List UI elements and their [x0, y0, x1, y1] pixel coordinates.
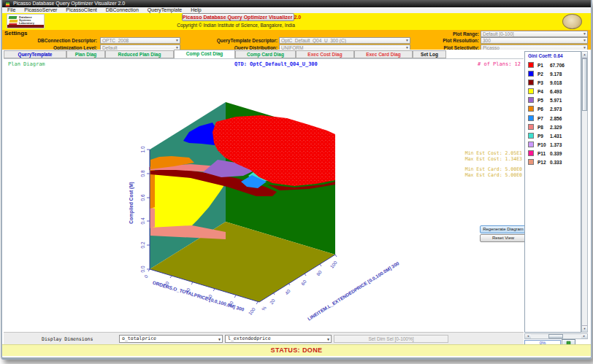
settings-heading: Settings: [4, 30, 28, 36]
menu-item-file[interactable]: File: [4, 7, 19, 13]
legend-row-p11: P110.339: [525, 150, 581, 158]
display-dimensions-label: Display Dimensions: [42, 336, 93, 342]
plot-range-select[interactable]: Default [0-100]▼: [481, 31, 588, 37]
dropdown-arrow-icon: ▼: [175, 38, 179, 43]
app-title-banner: Picasso Database Query Optimizer Visuali…: [182, 13, 294, 21]
dbconnection-descriptor-select[interactable]: OPTC_2008▼: [100, 37, 180, 44]
tab-reduced-plan-diag[interactable]: Reduced Plan Diag: [105, 50, 174, 58]
reset-view-button[interactable]: Reset View: [480, 234, 527, 242]
tab-exec-cost-diag[interactable]: Exec Cost Diag: [296, 50, 354, 58]
status-bar: STATUS: DONE: [2, 344, 591, 356]
legend-row-p6: P62.973: [525, 106, 581, 114]
plan-color-swatch: [528, 62, 534, 68]
plan-color-swatch: [528, 106, 534, 112]
tab-exec-card-diag[interactable]: Exec Card Diag: [354, 50, 413, 58]
plan-color-swatch: [528, 159, 534, 165]
app-icon: [5, 1, 10, 7]
window-title: Picasso Database Query Optimizer Visuali…: [13, 0, 125, 7]
plan-color-swatch: [528, 124, 534, 130]
y-tick: 60: [300, 279, 307, 286]
plan-color-swatch: [528, 142, 534, 147]
z-tick: 1.0: [140, 146, 145, 152]
z-axis-title: Compiled Cost (M): [129, 182, 134, 223]
tab-set-log[interactable]: Set Log: [413, 50, 446, 58]
tab-querytemplate[interactable]: QueryTemplate: [4, 50, 66, 58]
scrollbar-thumb[interactable]: [548, 334, 563, 338]
set-dim-sel-button[interactable]: Set Dim Sel [0-100%]: [334, 335, 448, 343]
scrollbar-thumb[interactable]: [582, 58, 587, 111]
scroll-up-arrow-icon[interactable]: ▲: [582, 52, 587, 58]
legend-row-p7: P72.856: [525, 115, 581, 123]
screen: Picasso Database Query Optimizer Visuali…: [0, 0, 593, 364]
dropdown-arrow-icon: ▼: [218, 336, 221, 343]
plan-color-swatch: [528, 115, 534, 121]
plan-color-swatch: [528, 150, 534, 156]
dim2-select[interactable]: l_extendedprice▼: [225, 335, 332, 343]
plan-diagram-label: Plan Diagram: [8, 61, 45, 67]
estimate-stats: Min Est Cost: 2.05E1 Max Est Cost: 1.34E…: [465, 151, 522, 178]
max-est-cost: Max Est Cost: 1.34E3: [465, 157, 522, 163]
menu-item-picassoserver[interactable]: PicassoServer: [20, 7, 61, 13]
y-tick: 80: [315, 269, 323, 276]
status-text: STATUS: DONE: [271, 346, 323, 354]
y-tick: 20: [269, 298, 276, 305]
z-tick: 0.0: [140, 266, 145, 272]
tab-plan-diag[interactable]: Plan Diag: [66, 50, 105, 58]
y-tick: 40: [284, 288, 291, 295]
tab-comp-cost-diag[interactable]: Comp Cost Diag: [174, 50, 235, 58]
scroll-right-arrow-icon[interactable]: ►: [581, 334, 587, 338]
dsl-logo: Database Systems Laboratory: [7, 14, 45, 28]
tab-comp-card-diag[interactable]: Comp Card Diag: [235, 50, 296, 58]
plot-resolution-label: Plot Resolution:: [411, 38, 479, 44]
querytemplate-descriptor-select[interactable]: OptC_Default_Q04_U_300 (C)▼: [279, 37, 410, 44]
qtd-label: QTD: OptC_Default_Q04_U_300: [234, 61, 318, 67]
menu-item-querytemplate[interactable]: QueryTemplate: [144, 7, 185, 13]
legend-vertical-scrollbar[interactable]: ▲ ▼: [581, 51, 588, 333]
legend-row-p8: P82.329: [525, 124, 581, 132]
z-tick: 0.2: [140, 241, 145, 248]
header: Database Systems Laboratory Picasso Data…: [2, 13, 591, 30]
plan-count-label: # of Plans: 12: [478, 61, 521, 67]
iisc-emblem-icon: [562, 14, 582, 29]
scroll-down-arrow-icon[interactable]: ▼: [582, 325, 587, 332]
menu-item-help[interactable]: Help: [187, 7, 204, 13]
tab-bar: QueryTemplate Plan Diag Reduced Plan Dia…: [2, 50, 591, 58]
dropdown-arrow-icon: ▼: [405, 38, 409, 43]
dropdown-arrow-icon: ▼: [583, 31, 586, 36]
x-tick: 0: [143, 274, 149, 279]
regenerate-diagram-button[interactable]: Regenerate Diagram: [480, 225, 527, 233]
legend-row-p1: P167.706: [525, 62, 581, 70]
scroll-left-arrow-icon[interactable]: ◄: [525, 334, 531, 338]
z-tick: 0.6: [140, 194, 145, 201]
legend-row-p5: P55.971: [525, 97, 581, 105]
settings-panel: Settings DBConnection Descriptor: OPTC_2…: [2, 30, 591, 50]
plan-color-swatch: [528, 88, 534, 94]
z-tick: 0.8: [140, 170, 145, 177]
dbconnection-descriptor-label: DBConnection Descriptor:: [2, 38, 97, 44]
querytemplate-descriptor-label: QueryTemplate Descriptor:: [185, 38, 278, 44]
cost-surface-3d-plot[interactable]: 0 20 40 60 80 100 % 20 40 60 80 100 0.0 …: [4, 59, 524, 333]
legend-row-p3: P39.018: [525, 80, 581, 88]
y-axis-title: LINEITEM.L_EXTENDEDPRICE [0.0,100.0M] 30…: [307, 260, 401, 322]
menu-item-picassoclient[interactable]: PicassoClient: [62, 7, 100, 13]
copyright-text: Copyright © Indian Institute of Science,…: [148, 23, 324, 28]
legend-row-p4: P46.493: [525, 88, 581, 96]
plot-panel: 0 20 40 60 80 100 % 20 40 60 80 100 0.0 …: [4, 58, 524, 332]
plot-resolution-select[interactable]: 300▼: [481, 37, 588, 44]
plan-color-swatch: [528, 133, 534, 139]
plan-legend-panel: Gini Coeff: 0.64 P167.706 P29.178 P39.01…: [524, 51, 581, 333]
max-est-card: Max Est Card: 5.00E0: [465, 173, 522, 179]
legend-horizontal-scrollbar[interactable]: ◄ ►: [524, 333, 588, 339]
dsl-logo-band: [7, 25, 44, 28]
surface-p8-sliver: [150, 207, 155, 228]
title-bar: Picasso Database Query Optimizer Visuali…: [2, 0, 591, 7]
bottom-bar: Display Dimensions o_totalprice▼ l_exten…: [4, 332, 524, 344]
plot-range-label: Plot Range:: [411, 31, 479, 37]
y-tick: 100: [329, 260, 338, 269]
legend-row-p2: P29.178: [525, 71, 581, 79]
dropdown-arrow-icon: ▼: [327, 336, 329, 343]
plan-color-swatch: [528, 71, 534, 77]
legend-row-p12: P120.333: [525, 159, 581, 167]
dim1-select[interactable]: o_totalprice▼: [119, 335, 223, 343]
menu-item-dbconnection[interactable]: DBConnection: [102, 7, 142, 13]
